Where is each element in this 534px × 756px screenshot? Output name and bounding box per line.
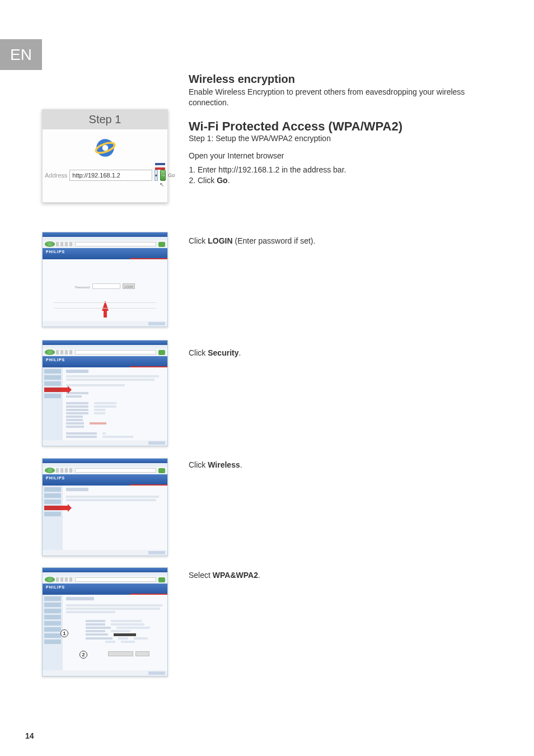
cursor-icon: ↖ <box>160 181 164 188</box>
step1-ordered-list: Enter http://192.168.1.2 in the address … <box>198 165 486 186</box>
brand-label: PHILIPS <box>46 476 65 480</box>
li2-bold: Go <box>217 176 227 185</box>
password-label: Password <box>75 286 90 289</box>
callout-2: 2 <box>79 651 87 659</box>
step1-li1: Enter http://192.168.1.2 in the address … <box>198 165 486 176</box>
callout-1: 1 <box>60 629 68 637</box>
password-input <box>92 283 120 289</box>
login-bold: LOGIN <box>208 236 232 245</box>
instruction-wpa: Select WPA&WPA2. <box>189 571 486 580</box>
instruction-security: Click Security. <box>189 348 486 357</box>
go-button-label: Go <box>168 172 175 178</box>
go-button[interactable]: → <box>160 170 166 181</box>
li2-pre: Click <box>198 176 217 185</box>
back-button-icon <box>45 241 55 247</box>
section-desc: Enable Wireless Encryption to prevent ot… <box>189 87 486 108</box>
main-content: Wireless encryption Enable Wireless Encr… <box>189 73 486 186</box>
page-number: 14 <box>25 731 34 740</box>
figure-step1-card: Step 1 Address ▾ → Go ↖ <box>42 109 168 203</box>
figure-login-screenshot: PHILIPS Password LOGIN <box>42 232 168 327</box>
figure-security-screenshot: PHILIPS <box>42 340 168 446</box>
red-arrow-right-icon <box>60 388 68 392</box>
instruction-wireless: Click Wireless. <box>189 460 486 469</box>
wpa-step-label: Step 1: Setup the WPA/WPA2 encryption <box>189 134 486 143</box>
security-pre: Click <box>189 348 208 357</box>
security-bold: Security <box>208 348 238 357</box>
figure-wireless-screenshot: PHILIPS <box>42 458 168 556</box>
brand-label: PHILIPS <box>46 250 65 254</box>
wireless-post: . <box>240 460 242 469</box>
login-pre: Click <box>189 236 208 245</box>
red-arrow-right-icon <box>60 506 68 510</box>
open-browser-text: Open your Internet browser <box>189 151 486 161</box>
wpa-post: . <box>258 571 260 580</box>
step1-li2: Click Go. <box>198 175 486 186</box>
wpa-pre: Select <box>189 571 213 580</box>
internet-explorer-icon <box>93 136 117 160</box>
address-input[interactable] <box>69 170 152 181</box>
login-post: (Enter password if set). <box>233 236 316 245</box>
wireless-pre: Click <box>189 460 208 469</box>
section-title-wireless-encryption: Wireless encryption <box>189 73 486 86</box>
figure-wpa-screenshot: PHILIPS <box>42 567 168 676</box>
step1-card-title: Step 1 <box>43 110 167 129</box>
svg-point-2 <box>102 145 108 151</box>
address-dropdown-icon[interactable]: ▾ <box>154 170 158 181</box>
wpa-bold: WPA&WPA2 <box>213 571 258 580</box>
address-label: Address <box>45 172 67 179</box>
li2-post: . <box>228 176 230 185</box>
brand-label: PHILIPS <box>46 358 65 362</box>
login-button-mock: LOGIN <box>123 283 135 289</box>
wpa-heading: Wi-Fi Protected Access (WPA/WPA2) <box>189 119 486 134</box>
language-tab: EN <box>0 39 42 70</box>
go-icon <box>158 242 165 247</box>
security-post: . <box>238 348 241 357</box>
instruction-login: Click LOGIN (Enter password if set). <box>189 236 486 245</box>
brand-label: PHILIPS <box>46 585 65 589</box>
wireless-bold: Wireless <box>208 460 240 469</box>
